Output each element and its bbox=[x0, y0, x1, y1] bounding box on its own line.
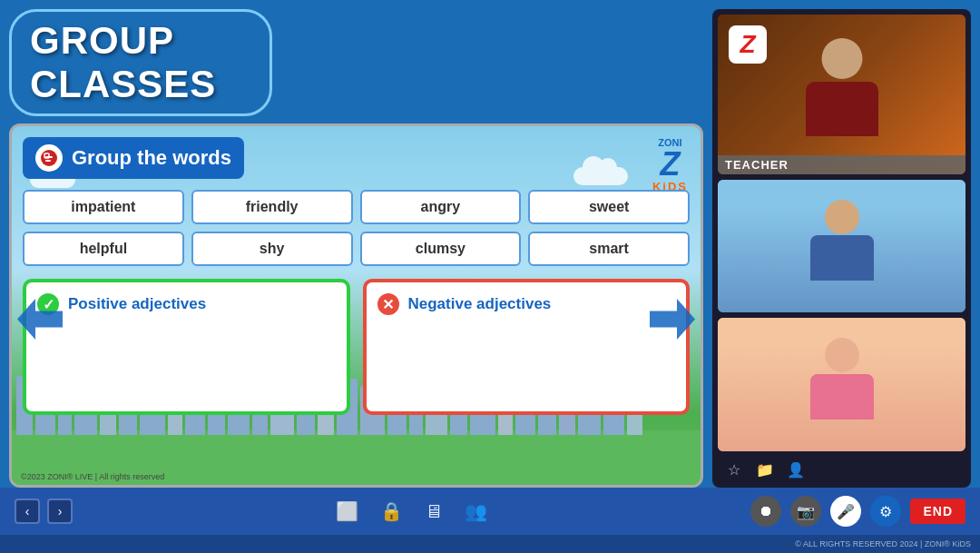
positive-adjectives-zone[interactable]: ✓ Positive adjectives bbox=[23, 279, 350, 415]
cloud-decoration-2 bbox=[573, 167, 628, 185]
negative-header: ✕ Negative adjectives bbox=[376, 291, 678, 317]
settings-button[interactable]: ⚙ bbox=[870, 496, 901, 527]
zoni-logo: ZONI Z KiDS bbox=[652, 137, 688, 193]
bottom-bar: ‹ › ⬜ 🔒 🖥 👥 ⏺ 📷 🎤 ⚙ END bbox=[0, 488, 980, 535]
bottom-center-controls: ⬜ 🔒 🖥 👥 bbox=[336, 500, 487, 522]
positive-label: Positive adjectives bbox=[68, 295, 206, 313]
folder-icon[interactable]: 📁 bbox=[756, 460, 774, 479]
word-clumsy[interactable]: clumsy bbox=[360, 232, 522, 266]
svg-rect-2 bbox=[45, 160, 51, 162]
student-video-1 bbox=[718, 180, 965, 313]
activity-header: Group the words bbox=[23, 137, 244, 179]
next-button[interactable]: › bbox=[47, 499, 73, 524]
left-panel: GROUP CLASSES bbox=[9, 9, 703, 488]
screen-share-icon[interactable]: ⬜ bbox=[336, 500, 358, 522]
activity-card: Group the words ZONI Z KiDS impatient fr… bbox=[9, 123, 703, 488]
right-panel: Z TEACHER ☆ 📁 👤 bbox=[712, 9, 971, 488]
negative-adjectives-zone[interactable]: ✕ Negative adjectives bbox=[363, 279, 691, 415]
positive-header: ✓ Positive adjectives bbox=[35, 291, 338, 317]
teacher-label: TEACHER bbox=[718, 155, 965, 174]
camera-button[interactable]: 📷 bbox=[790, 496, 821, 527]
monitor-icon[interactable]: 🖥 bbox=[425, 501, 443, 522]
zoni-box-logo: Z bbox=[729, 25, 767, 64]
zoni-z-letter: Z bbox=[652, 148, 688, 181]
prev-button[interactable]: ‹ bbox=[15, 499, 40, 524]
student-video-2 bbox=[718, 318, 965, 451]
end-button[interactable]: END bbox=[910, 499, 965, 524]
bottom-right-controls: ⏺ 📷 🎤 ⚙ END bbox=[750, 496, 965, 527]
student-1-figure bbox=[718, 180, 965, 313]
drop-zones: ✓ Positive adjectives ✕ Negative adjecti… bbox=[23, 279, 690, 415]
negative-label: Negative adjectives bbox=[408, 295, 552, 313]
negative-icon: ✕ bbox=[376, 291, 401, 317]
words-grid: impatient friendly angry sweet helpful s… bbox=[23, 190, 690, 266]
panel-icons-bar: ☆ 📁 👤 bbox=[718, 457, 965, 482]
bottom-left-controls: ‹ › bbox=[15, 499, 73, 524]
group-classes-banner: GROUP CLASSES bbox=[9, 9, 272, 116]
users-icon[interactable]: 👥 bbox=[465, 500, 487, 522]
watermark-bar: © ALL RIGHTS RESERVED 2024 | ZONI® KiDS bbox=[0, 535, 980, 553]
word-shy[interactable]: shy bbox=[191, 232, 353, 266]
banner-title: GROUP CLASSES bbox=[30, 19, 216, 105]
activity-title: Group the words bbox=[72, 146, 231, 170]
word-smart[interactable]: smart bbox=[528, 232, 690, 266]
activity-icon bbox=[35, 144, 63, 172]
watermark-text: © ALL RIGHTS RESERVED 2024 | ZONI® KiDS bbox=[795, 539, 971, 548]
student-2-figure bbox=[718, 318, 965, 451]
word-angry[interactable]: angry bbox=[360, 190, 522, 224]
mic-button[interactable]: 🎤 bbox=[830, 496, 861, 527]
word-helpful[interactable]: helpful bbox=[23, 232, 184, 266]
star-icon[interactable]: ☆ bbox=[725, 460, 743, 479]
copyright: ©2023 ZONI® LIVE | All rights reserved bbox=[21, 472, 164, 481]
word-impatient[interactable]: impatient bbox=[23, 190, 184, 224]
word-friendly[interactable]: friendly bbox=[191, 190, 353, 224]
record-button[interactable]: ⏺ bbox=[750, 496, 781, 527]
teacher-video: Z TEACHER bbox=[718, 15, 965, 174]
lock-icon[interactable]: 🔒 bbox=[380, 500, 403, 522]
video-panel: Z TEACHER ☆ 📁 👤 bbox=[712, 9, 971, 488]
person-icon[interactable]: 👤 bbox=[787, 460, 805, 479]
word-sweet[interactable]: sweet bbox=[528, 190, 690, 224]
